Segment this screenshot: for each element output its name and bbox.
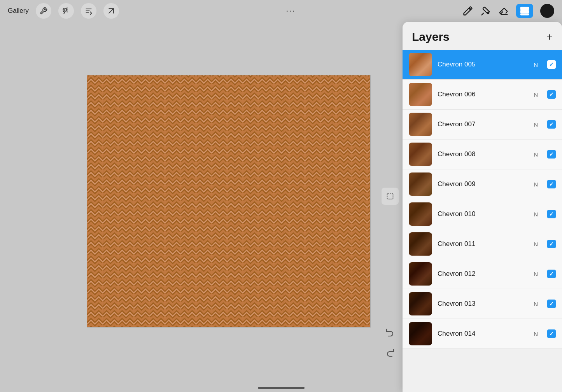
- layer-mode-012: N: [534, 271, 538, 277]
- canvas-wrapper[interactable]: [87, 75, 371, 328]
- layer-name-014: Chevron 014: [438, 330, 528, 338]
- svg-rect-7: [521, 10, 529, 13]
- selection-button[interactable]: [382, 188, 399, 205]
- layer-mode-007: N: [534, 121, 538, 128]
- layer-checkbox-013[interactable]: [547, 300, 556, 308]
- wrench-icon: [40, 7, 47, 15]
- eyedropper-button[interactable]: [480, 5, 491, 16]
- layers-list[interactable]: Chevron 005NChevron 006NChevron 007NChev…: [403, 50, 562, 389]
- redo-icon: [385, 348, 395, 357]
- arrow-icon: [107, 7, 115, 15]
- layers-title: Layers: [412, 30, 450, 44]
- layer-checkbox-011[interactable]: [547, 240, 556, 248]
- toolbar-center: ···: [119, 6, 462, 16]
- layer-mode-006: N: [534, 91, 538, 98]
- text-icon: [85, 7, 93, 15]
- layer-name-009: Chevron 009: [438, 180, 528, 188]
- add-layer-button[interactable]: +: [546, 31, 553, 42]
- layer-item-008[interactable]: Chevron 008N: [403, 139, 562, 169]
- svg-rect-13: [87, 75, 370, 327]
- layer-checkbox-008[interactable]: [547, 150, 556, 159]
- layer-mode-005: N: [534, 61, 538, 68]
- eyedropper-icon: [480, 5, 491, 16]
- layers-icon: [519, 5, 530, 16]
- toolbar-left: Gallery: [8, 3, 119, 19]
- brush-button[interactable]: [462, 5, 473, 16]
- layer-mode-014: N: [534, 331, 538, 337]
- layer-mode-010: N: [534, 211, 538, 218]
- magic-icon: [62, 7, 70, 15]
- redo-button[interactable]: [382, 344, 399, 361]
- layers-panel: Layers + Chevron 005NChevron 006NChevron…: [403, 22, 562, 392]
- layer-name-013: Chevron 013: [438, 300, 528, 308]
- layer-thumbnail-007: [409, 113, 432, 136]
- eraser-icon: [498, 5, 509, 16]
- layer-checkbox-005[interactable]: [547, 60, 556, 69]
- layer-thumbnail-009: [409, 172, 432, 196]
- layer-checkbox-007[interactable]: [547, 120, 556, 129]
- right-mini-tools: [382, 188, 399, 205]
- undo-icon: [385, 328, 395, 337]
- selection-icon: [386, 192, 394, 200]
- layer-item-014[interactable]: Chevron 014N: [403, 319, 562, 349]
- layers-header: Layers +: [403, 22, 562, 50]
- toolbar-right: [462, 4, 554, 18]
- layer-item-006[interactable]: Chevron 006N: [403, 80, 562, 110]
- layer-item-010[interactable]: Chevron 010N: [403, 199, 562, 229]
- layer-item-011[interactable]: Chevron 011N: [403, 229, 562, 259]
- dots-icon: ···: [286, 6, 295, 16]
- layer-item-005[interactable]: Chevron 005N: [403, 50, 562, 80]
- layer-item-013[interactable]: Chevron 013N: [403, 289, 562, 319]
- svg-point-5: [488, 12, 489, 14]
- layers-panel-button[interactable]: [516, 4, 533, 18]
- layer-name-011: Chevron 011: [438, 240, 528, 248]
- layer-name-006: Chevron 006: [438, 91, 528, 98]
- wrench-button[interactable]: [36, 3, 51, 19]
- layer-name-005: Chevron 005: [438, 61, 528, 68]
- undo-button[interactable]: [382, 324, 399, 341]
- svg-line-4: [109, 9, 114, 13]
- gallery-button[interactable]: Gallery: [8, 7, 29, 15]
- eraser-button[interactable]: [498, 5, 509, 16]
- brush-icon: [462, 5, 473, 16]
- layer-thumbnail-012: [409, 262, 432, 286]
- layer-checkbox-009[interactable]: [547, 180, 556, 188]
- layer-name-007: Chevron 007: [438, 120, 528, 128]
- layer-checkbox-012[interactable]: [547, 270, 556, 278]
- layer-thumbnail-008: [409, 143, 432, 166]
- toolbar: Gallery ···: [0, 0, 562, 22]
- layer-item-009[interactable]: Chevron 009N: [403, 169, 562, 199]
- svg-rect-14: [387, 193, 393, 199]
- layer-thumbnail-011: [409, 232, 432, 256]
- layer-checkbox-014[interactable]: [547, 329, 556, 338]
- layer-checkbox-010[interactable]: [547, 210, 556, 218]
- svg-rect-6: [521, 7, 529, 10]
- layer-thumbnail-013: [409, 292, 432, 315]
- arrow-button[interactable]: [103, 3, 119, 19]
- undo-redo-controls: [382, 324, 399, 361]
- layer-mode-009: N: [534, 181, 538, 188]
- layer-item-012[interactable]: Chevron 012N: [403, 259, 562, 289]
- more-options-button[interactable]: ···: [286, 6, 295, 16]
- scroll-indicator: [258, 387, 305, 389]
- avatar[interactable]: [540, 4, 554, 18]
- layer-thumbnail-005: [409, 53, 432, 76]
- layer-thumbnail-010: [409, 202, 432, 226]
- layer-name-008: Chevron 008: [438, 150, 528, 158]
- magic-button[interactable]: [58, 3, 74, 19]
- layer-thumbnail-014: [409, 322, 432, 345]
- layer-mode-013: N: [534, 301, 538, 307]
- layer-name-010: Chevron 010: [438, 210, 528, 218]
- svg-line-0: [64, 11, 65, 14]
- layer-thumbnail-006: [409, 83, 432, 106]
- layer-mode-011: N: [534, 241, 538, 247]
- layer-name-012: Chevron 012: [438, 270, 528, 278]
- layer-mode-008: N: [534, 151, 538, 158]
- layer-item-007[interactable]: Chevron 007N: [403, 110, 562, 139]
- svg-rect-8: [521, 14, 529, 15]
- layer-checkbox-006[interactable]: [547, 90, 556, 99]
- canvas-svg: [87, 75, 370, 327]
- text-button[interactable]: [81, 3, 96, 19]
